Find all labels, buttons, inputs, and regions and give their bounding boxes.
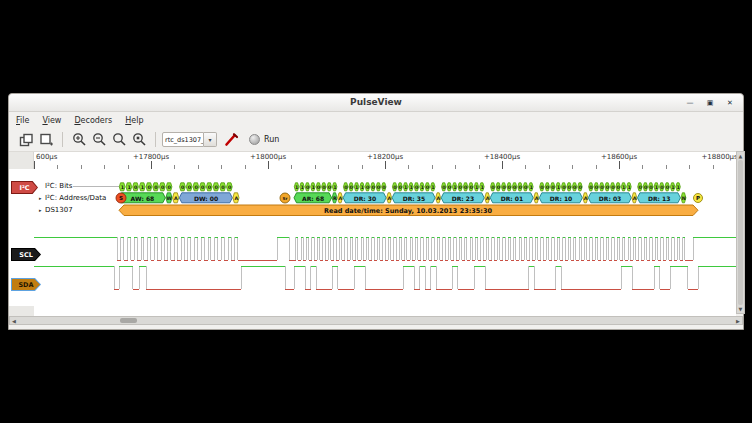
svg-text:A: A [234, 196, 238, 201]
svg-text:DR: 01: DR: 01 [501, 195, 523, 202]
ruler-tick [151, 161, 152, 169]
menu-bar: FileViewDecodersHelp [9, 112, 743, 128]
vertical-scrollbar-thumb[interactable] [738, 160, 743, 305]
svg-text:1: 1 [361, 185, 364, 190]
vertical-scrollbar[interactable]: ▲ ▼ [736, 151, 745, 314]
zoom-out-button[interactable] [89, 130, 109, 149]
svg-text:AW: 68: AW: 68 [131, 195, 155, 202]
zoom-original-icon [132, 132, 147, 147]
combo-dropdown-button[interactable]: ▾ [204, 132, 217, 147]
svg-text:1: 1 [311, 185, 314, 190]
scroll-up-icon[interactable]: ▲ [737, 152, 744, 160]
svg-text:1: 1 [295, 185, 298, 190]
ruler-time-label: +18200µs [367, 153, 403, 161]
decoder-row-label-text: I²C: Address/Data [45, 194, 106, 202]
svg-text:A: A [174, 196, 178, 201]
sda-waveform [34, 266, 736, 289]
svg-text:1: 1 [355, 185, 358, 190]
svg-text:1: 1 [655, 185, 658, 190]
ruler-corner [9, 152, 34, 170]
svg-text:1: 1 [475, 185, 478, 190]
titlebar[interactable]: PulseView — ▣ ✕ [9, 94, 743, 112]
expand-arrow-icon[interactable]: ▸ [39, 207, 43, 213]
svg-text:1: 1 [431, 185, 434, 190]
sda-trace-label[interactable]: SDA [11, 278, 41, 291]
menu-item-help[interactable]: Help [125, 116, 143, 125]
ruler-time-label: +18600µs [601, 153, 637, 161]
svg-text:DR: 30: DR: 30 [354, 195, 376, 202]
decoder-tag-i2c[interactable]: I²C [11, 181, 38, 194]
add-decoder-button[interactable] [221, 130, 241, 149]
zoom-fit-button[interactable] [109, 130, 129, 149]
run-button[interactable]: Run [249, 134, 279, 145]
svg-text:1: 1 [557, 185, 560, 190]
new-view-button[interactable] [36, 130, 56, 149]
menu-item-file[interactable]: File [16, 116, 29, 125]
svg-text:DR: 23: DR: 23 [452, 195, 474, 202]
svg-text:1: 1 [333, 185, 336, 190]
svg-text:S: S [119, 195, 123, 201]
ruler-time-label: +17800µs [133, 153, 169, 161]
svg-text:1: 1 [410, 185, 413, 190]
scroll-right-icon[interactable]: ▶ [734, 317, 742, 325]
minimize-button[interactable]: — [685, 98, 695, 108]
svg-text:R: R [333, 196, 337, 201]
svg-text:DR: 13: DR: 13 [648, 195, 670, 202]
ruler-tick [385, 161, 386, 169]
svg-text:N: N [682, 196, 686, 201]
session-file-name: rtc_ds1307_2 [165, 136, 204, 144]
maximize-button[interactable]: ▣ [705, 98, 715, 108]
new-session-icon [19, 133, 33, 147]
trace-view[interactable]: Read date/time: Sunday, 10.03.2013 23:35… [9, 169, 736, 316]
svg-text:A: A [437, 196, 441, 201]
desktop-background: PulseView — ▣ ✕ FileViewDecodersHelp [0, 0, 752, 423]
zoom-fit-icon [112, 132, 127, 147]
svg-text:A: A [388, 196, 392, 201]
horizontal-scrollbar-thumb[interactable] [120, 318, 137, 323]
svg-text:1: 1 [677, 185, 680, 190]
scl-trace-label[interactable]: SCL [11, 248, 41, 261]
trace-canvas[interactable]: Read date/time: Sunday, 10.03.2013 23:35… [9, 169, 736, 316]
menu-item-decoders[interactable]: Decoders [74, 116, 112, 125]
svg-text:1: 1 [529, 185, 532, 190]
svg-text:Read date/time: Sunday, 10.03.: Read date/time: Sunday, 10.03.2013 23:35… [324, 207, 492, 215]
toolbar: rtc_ds1307_2 ▾ Run [9, 128, 743, 151]
i2c-address-data-annotations: AW: 68WADW: 00AAR: 68RADR: 30ADR: 35ADR:… [119, 193, 686, 203]
expand-arrow-icon[interactable]: ▸ [39, 195, 43, 201]
zoom-in-button[interactable] [69, 130, 89, 149]
svg-text:A: A [486, 196, 490, 201]
decoder-row-label[interactable]: I²C: Bits [39, 182, 72, 190]
zoom-original-button[interactable] [129, 130, 149, 149]
ruler-time-label: +18800µs [701, 153, 737, 161]
new-session-button[interactable] [16, 130, 36, 149]
svg-text:1: 1 [404, 185, 407, 190]
svg-text:A: A [338, 196, 342, 201]
ruler-tick [502, 161, 503, 169]
svg-text:AR: 68: AR: 68 [302, 195, 324, 202]
decoder-row-label[interactable]: ▸DS1307 [39, 206, 73, 214]
svg-text:1: 1 [622, 185, 625, 190]
decoder-row-label[interactable]: ▸I²C: Address/Data [39, 194, 106, 202]
scroll-down-icon[interactable]: ▼ [737, 305, 744, 313]
toolbar-separator [155, 132, 156, 147]
ds1307-annotation: Read date/time: Sunday, 10.03.2013 23:35… [119, 205, 698, 216]
ruler-time-label: 600µs [36, 153, 57, 161]
run-label: Run [264, 135, 279, 144]
horizontal-scrollbar[interactable]: ◀ ▶ [9, 316, 743, 325]
probe-icon [224, 132, 239, 147]
time-ruler: 600µs+17800µs+18000µs+18200µs+18400µs+18… [9, 151, 736, 169]
svg-text:DW: 00: DW: 00 [194, 195, 218, 202]
decoder-row-label-text: DS1307 [45, 206, 73, 214]
i2c-bit-annotations: 1101000000000000110100010011000000110101… [119, 183, 680, 191]
scl-waveform [34, 237, 736, 260]
ruler-time-label: +18000µs [250, 153, 286, 161]
run-led-icon [249, 134, 260, 145]
svg-text:1: 1 [480, 185, 483, 190]
decoder-row-label-text: I²C: Bits [45, 182, 72, 190]
menu-item-view[interactable]: View [42, 116, 61, 125]
zoom-in-icon [72, 132, 87, 147]
close-button[interactable]: ✕ [725, 98, 735, 108]
scroll-left-icon[interactable]: ◀ [10, 317, 18, 325]
session-file-combo[interactable]: rtc_ds1307_2 [162, 132, 204, 147]
svg-text:P: P [696, 195, 700, 201]
